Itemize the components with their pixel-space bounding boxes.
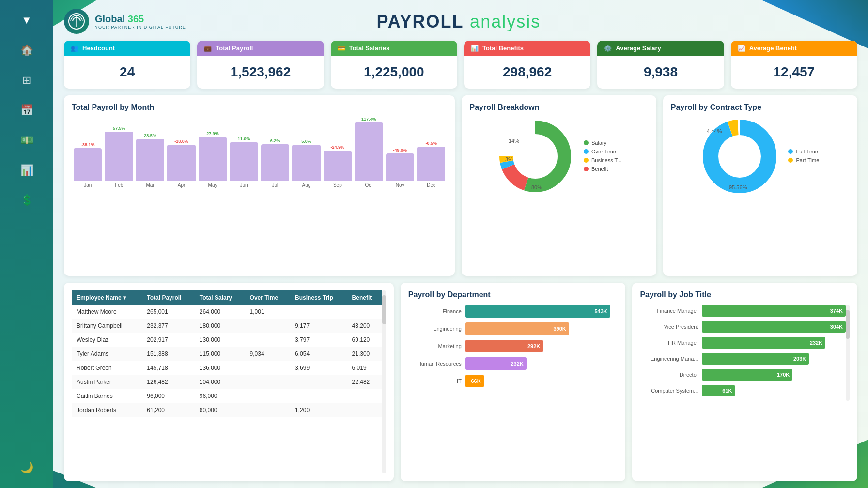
header: Global 365 YOUR PARTNER IN DIGITAL FUTUR…	[64, 9, 857, 34]
dept-bar-wrap: 66K	[465, 375, 618, 387]
table-cell	[290, 389, 347, 403]
dept-bars: Finance543KEngineering390KMarketing292KH…	[408, 305, 618, 387]
table-row: Matthew Moore265,001264,0001,001	[72, 305, 382, 319]
table-cell: 61,200	[142, 403, 195, 417]
logo-area: Global 365 YOUR PARTNER IN DIGITAL FUTUR…	[64, 9, 186, 34]
svg-point-6	[514, 135, 557, 178]
bar-aug	[292, 145, 320, 181]
dept-bar: 390K	[465, 322, 569, 335]
jobtitle-bar-row: Director170K	[640, 369, 846, 381]
table-cell: 115,000	[195, 347, 245, 361]
dept-bar-row: Finance543K	[408, 305, 618, 318]
table-row: Caitlin Barnes96,00096,000	[72, 389, 382, 403]
sidebar-icon-home[interactable]: 🏠	[16, 40, 37, 61]
kpi-row: 👥Headcount 24 💼Total Payroll 1,523,962 💳…	[64, 41, 857, 89]
jobtitle-bars: Finance Manager374KVice President304KHR …	[640, 305, 850, 401]
bar-mar	[136, 139, 164, 181]
dept-bar-row: Marketing292K	[408, 340, 618, 352]
contract-donut-wrapper: 4.44% 95.56% Full-Time Part-Time	[671, 118, 850, 197]
jobtitle-chart-title: Payroll by Job Title	[640, 290, 850, 299]
kpi-total-salaries: 💳Total Salaries 1,225,000	[331, 41, 457, 89]
bar-group-jul: 6.2%	[261, 138, 289, 181]
bar-pct-sep: -24.9%	[331, 145, 345, 150]
sidebar-icon-chart[interactable]: 📊	[16, 160, 37, 181]
employee-table: Employee Name ▾ Total Payroll Total Sala…	[72, 290, 382, 417]
bar-pct-feb: 57.5%	[113, 126, 125, 131]
bar-label-nov: Nov	[386, 183, 414, 188]
table-cell	[290, 375, 347, 389]
kpi-avg-salary: ⚙️Average Salary 9,938	[597, 41, 724, 89]
sidebar-icon-filter[interactable]: ▼	[16, 10, 37, 31]
bar-sep	[324, 151, 352, 181]
kpi-avg-salary-value: 9,938	[597, 56, 724, 89]
bar-group-mar: 28.5%	[136, 133, 164, 181]
kpi-total-salaries-value: 1,225,000	[331, 56, 457, 89]
jobtitle-bar-row: Computer System...61K	[640, 385, 846, 396]
table-cell	[245, 389, 290, 403]
jobtitle-label: Engineering Mana...	[640, 356, 698, 362]
dept-label: Human Resources	[408, 361, 462, 366]
col-total-salary: Total Salary	[195, 290, 245, 305]
table-cell: 9,034	[245, 347, 290, 361]
table-cell: 3,699	[290, 361, 347, 375]
table-row: Jordan Roberts61,20060,0001,200	[72, 403, 382, 417]
kpi-total-benefits: 📊Total Benefits 298,962	[464, 41, 590, 89]
dept-bar-wrap: 232K	[465, 357, 618, 370]
table-row: Brittany Campbell232,377180,0009,17743,2…	[72, 319, 382, 333]
table-cell: 1,200	[290, 403, 347, 417]
table-cell: 9,177	[290, 319, 347, 333]
table-row: Wesley Diaz202,917130,0003,79769,120	[72, 333, 382, 347]
jobtitle-scrollbar[interactable]	[846, 305, 850, 401]
table-row: Robert Green145,718136,0003,6996,019	[72, 361, 382, 375]
table-cell: 22,482	[347, 375, 382, 389]
jobtitle-label: Vice President	[640, 324, 698, 330]
table-cell: 104,000	[195, 375, 245, 389]
table-cell: 96,000	[195, 389, 245, 403]
bar-dec	[417, 147, 445, 181]
table-cell	[347, 389, 382, 403]
table-row: Austin Parker126,482104,00022,482	[72, 375, 382, 389]
bar-pct-jul: 6.2%	[270, 138, 280, 143]
table-cell: 136,000	[195, 361, 245, 375]
bar-label-may: May	[199, 183, 227, 188]
sidebar-icon-payroll[interactable]: 💵	[16, 130, 37, 151]
jobtitle-bar-row: Finance Manager374K	[640, 305, 846, 317]
logo-text: Global 365 YOUR PARTNER IN DIGITAL FUTUR…	[95, 14, 186, 30]
svg-text:4.44%: 4.44%	[707, 128, 722, 134]
kpi-avg-benefit: 📈Average Benefit 12,457	[731, 41, 857, 89]
table-cell: Brittany Campbell	[72, 319, 142, 333]
table-row: Tyler Adams151,388115,0009,0346,05421,30…	[72, 347, 382, 361]
table-cell	[245, 361, 290, 375]
table-scrollbar[interactable]	[382, 290, 386, 473]
sidebar-icon-moon[interactable]: 🌙	[16, 457, 37, 478]
kpi-avg-benefit-value: 12,457	[731, 56, 857, 89]
sidebar-icon-grid[interactable]: ⊞	[16, 70, 37, 91]
jobtitle-label: Director	[640, 372, 698, 378]
kpi-total-benefits-header: 📊Total Benefits	[464, 41, 590, 56]
payroll-by-month-card: Total Payroll by Month -38.1%57.5%28.5%-…	[64, 95, 455, 276]
jobtitle-label: Computer System...	[640, 388, 698, 394]
table-cell: 180,000	[195, 319, 245, 333]
bar-label-aug: Aug	[292, 183, 320, 188]
dept-chart-card: Payroll by Department Finance543KEnginee…	[401, 283, 626, 481]
table-cell	[347, 305, 382, 319]
page-title: PAYROLL analysis	[377, 11, 541, 32]
table-cell	[245, 319, 290, 333]
kpi-total-payroll: 💼Total Payroll 1,523,962	[197, 41, 324, 89]
table-cell: 3,797	[290, 333, 347, 347]
bar-label-jan: Jan	[74, 183, 102, 188]
sidebar-icon-dollar[interactable]: 💲	[16, 190, 37, 211]
bar-label-jul: Jul	[261, 183, 289, 188]
bar-label-dec: Dec	[417, 183, 445, 188]
table-cell: 1,001	[245, 305, 290, 319]
jobtitle-bar: 61K	[702, 385, 735, 396]
jobtitle-chart-card: Payroll by Job Title Finance Manager374K…	[632, 283, 857, 481]
svg-text:3%: 3%	[505, 156, 513, 162]
table-cell: Caitlin Barnes	[72, 389, 142, 403]
bar-pct-may: 27.9%	[206, 131, 219, 136]
table-cell: 60,000	[195, 403, 245, 417]
sidebar-icon-calendar[interactable]: 📅	[16, 100, 37, 121]
table-cell: Austin Parker	[72, 375, 142, 389]
table-header-row: Employee Name ▾ Total Payroll Total Sala…	[72, 290, 382, 305]
payroll-breakdown-title: Payroll Breakdown	[469, 103, 648, 112]
